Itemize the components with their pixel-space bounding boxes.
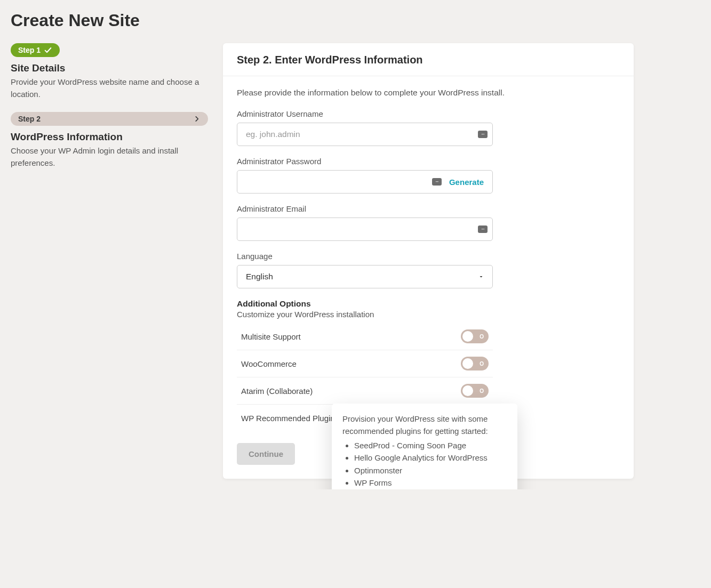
username-label: Administrator Username <box>237 109 620 118</box>
keychain-icon[interactable] <box>478 225 488 233</box>
main-card: Step 2. Enter WordPress Information Plea… <box>223 43 634 479</box>
step2-pill[interactable]: Step 2 <box>11 112 208 126</box>
toggle-switch[interactable]: O <box>461 329 489 343</box>
plugins-tooltip: Provision your WordPress site with some … <box>332 404 517 489</box>
tooltip-text: Provision your WordPress site with some … <box>342 413 507 437</box>
username-input[interactable] <box>237 123 493 146</box>
toggle-label: Atarim (Collaborate) <box>241 386 313 396</box>
toggle-label-text: Multisite Support <box>241 332 301 341</box>
generate-password-link[interactable]: Generate <box>445 178 492 187</box>
language-select[interactable]: English <box>237 265 493 288</box>
toggle-row: WooCommerceO <box>237 350 493 377</box>
toggle-label: WooCommerce <box>241 359 297 368</box>
toggle-label-text: WooCommerce <box>241 359 297 368</box>
keychain-icon[interactable] <box>478 131 488 138</box>
continue-button[interactable]: Continue <box>237 443 295 465</box>
card-header-title: Step 2. Enter WordPress Information <box>237 54 620 66</box>
tooltip-list-item: SeedProd - Coming Soon Page <box>354 439 507 452</box>
toggle-label-text: WP Recommended Plugins <box>241 414 339 423</box>
chevron-right-icon <box>193 115 201 123</box>
step1-pill[interactable]: Step 1 <box>11 43 60 57</box>
step1-desc: Provide your WordPress website name and … <box>11 76 208 100</box>
step2-pill-label: Step 2 <box>18 115 41 123</box>
tooltip-list-item: Hello Google Analytics for WordPress <box>354 452 507 464</box>
additional-sub: Customize your WordPress installation <box>237 310 620 319</box>
email-label: Administrator Email <box>237 204 620 213</box>
toggle-label-text: Atarim (Collaborate) <box>241 386 313 396</box>
step1-title: Site Details <box>11 62 208 74</box>
password-label: Administrator Password <box>237 157 620 166</box>
intro-text: Please provide the information below to … <box>237 88 620 98</box>
page-title: Create New Site <box>11 11 700 30</box>
language-label: Language <box>237 252 620 261</box>
toggle-switch[interactable]: O <box>461 357 489 370</box>
step2-desc: Choose your WP Admin login details and i… <box>11 145 208 169</box>
toggle-label: Multisite Support <box>241 332 301 341</box>
password-input[interactable] <box>237 171 429 193</box>
tooltip-list-item: Optinmonster <box>354 464 507 477</box>
tooltip-list: SeedProd - Coming Soon PageHello Google … <box>342 439 507 489</box>
check-icon <box>44 46 52 54</box>
email-input[interactable] <box>237 218 493 241</box>
keychain-icon[interactable] <box>432 178 442 186</box>
toggle-switch[interactable]: O <box>461 384 489 398</box>
additional-title: Additional Options <box>237 299 620 309</box>
toggle-row: Multisite SupportO <box>237 323 493 350</box>
tooltip-list-item: WP Mail SMTP <box>354 489 507 489</box>
step1-pill-label: Step 1 <box>18 46 41 54</box>
sidebar: Step 1 Site Details Provide your WordPre… <box>11 43 208 479</box>
tooltip-list-item: WP Forms <box>354 477 507 489</box>
toggle-row: Atarim (Collaborate)O <box>237 377 493 405</box>
step2-title: WordPress Information <box>11 131 208 143</box>
